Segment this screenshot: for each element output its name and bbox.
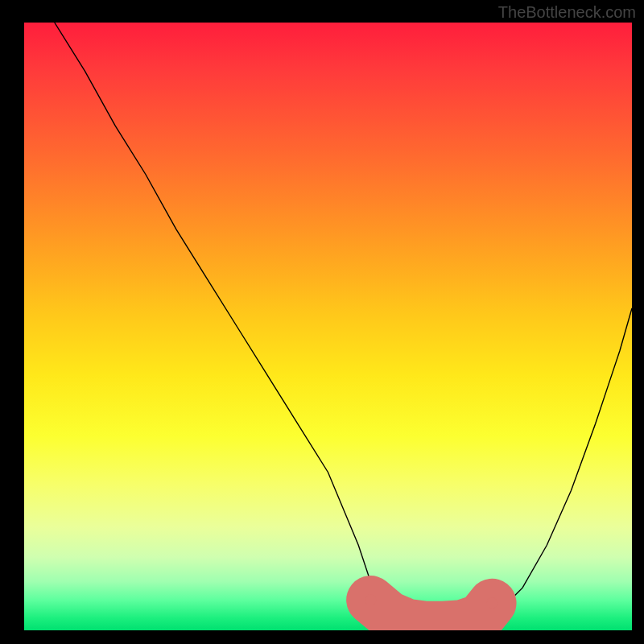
optimal-end-dot xyxy=(487,597,498,609)
optimal-range-line xyxy=(370,600,492,625)
optimal-start-dot xyxy=(365,594,377,605)
plot-area xyxy=(24,23,632,630)
watermark-text: TheBottleneck.com xyxy=(498,3,636,22)
chart-svg xyxy=(24,23,632,630)
bottleneck-curve xyxy=(55,23,632,627)
